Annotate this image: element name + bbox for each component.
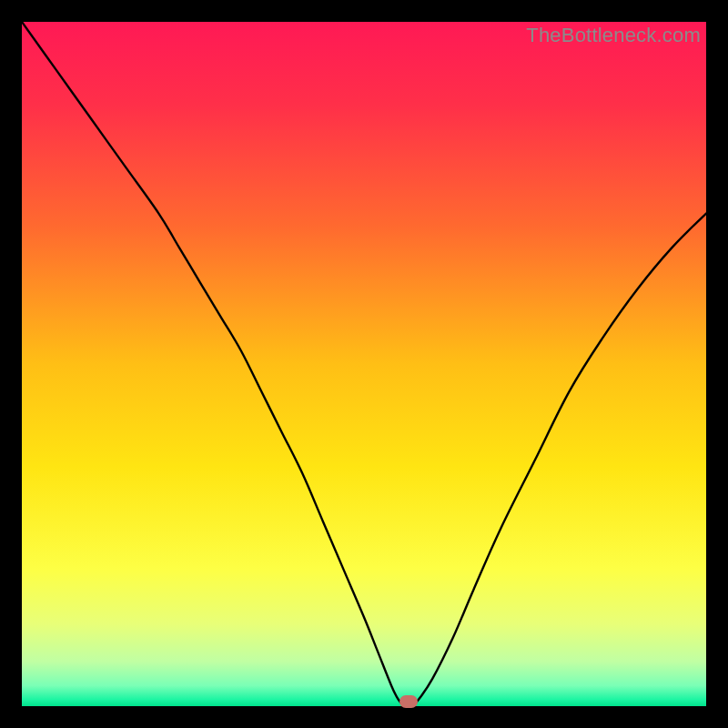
watermark-text: TheBottleneck.com xyxy=(526,24,701,47)
bottleneck-plot xyxy=(22,22,706,706)
optimal-marker xyxy=(399,695,418,708)
gradient-background xyxy=(22,22,706,706)
chart-frame: TheBottleneck.com xyxy=(22,22,706,706)
